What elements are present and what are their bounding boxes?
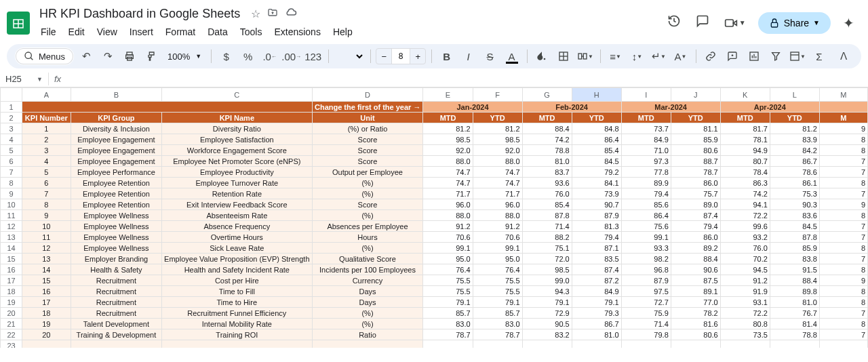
functions-icon[interactable]: Σ (810, 47, 829, 66)
col-header-E[interactable]: E (423, 88, 473, 102)
insert-chart-icon[interactable] (745, 47, 764, 66)
cell[interactable]: 87.9 (621, 275, 671, 286)
search-menus[interactable]: Menus (15, 47, 74, 65)
cell[interactable]: 84.9 (621, 134, 671, 145)
cell[interactable]: Qualitative Score (312, 254, 423, 264)
cell[interactable]: 79.1 (522, 297, 572, 308)
cell[interactable]: 7 (819, 254, 867, 264)
row-header[interactable]: 12 (1, 221, 22, 232)
cell[interactable]: 87.1 (572, 243, 621, 254)
row-header[interactable]: 11 (1, 210, 22, 221)
cell[interactable] (720, 340, 770, 348)
cell[interactable]: Employee Wellness (71, 221, 161, 232)
col-header-J[interactable]: J (671, 88, 720, 102)
currency-icon[interactable]: $ (217, 47, 236, 66)
collapse-toolbar-icon[interactable]: ᐱ (834, 47, 853, 66)
cell[interactable] (71, 340, 161, 348)
cell[interactable] (621, 340, 671, 348)
cell[interactable]: 94.9 (720, 145, 770, 156)
row-header[interactable]: 8 (1, 178, 22, 188)
cell[interactable]: 88.0 (473, 210, 522, 221)
cell[interactable]: 3 (22, 145, 71, 156)
cell[interactable] (22, 340, 71, 348)
col-header-K[interactable]: K (720, 88, 770, 102)
cell[interactable]: 87.8 (770, 232, 819, 243)
cell[interactable]: 83.6 (770, 210, 819, 221)
cell[interactable]: (%) (312, 188, 423, 199)
cell[interactable]: 8 (819, 319, 867, 329)
field-header[interactable]: YTD (473, 113, 522, 123)
cell[interactable]: Training ROI (162, 329, 312, 340)
italic-icon[interactable]: I (459, 47, 478, 66)
cell[interactable]: 7 (819, 156, 867, 167)
cell[interactable]: 71.7 (473, 188, 522, 199)
cell[interactable]: Employer Branding (71, 254, 161, 264)
cell[interactable]: 80.8 (720, 319, 770, 329)
cell[interactable]: 93.6 (522, 178, 572, 188)
cell[interactable]: 91.2 (473, 221, 522, 232)
cell[interactable]: 93.3 (621, 243, 671, 254)
undo-icon[interactable]: ↶ (77, 47, 96, 66)
cell[interactable]: 79.1 (423, 297, 473, 308)
cell[interactable]: 91.2 (423, 221, 473, 232)
cell[interactable]: 83.9 (770, 134, 819, 145)
cell[interactable]: 76.0 (522, 188, 572, 199)
cell[interactable]: 5 (22, 167, 71, 178)
cell[interactable]: 78.4 (720, 167, 770, 178)
cell[interactable]: Employee Satisfaction (162, 134, 312, 145)
row-header[interactable]: 10 (1, 199, 22, 210)
spreadsheet-grid[interactable]: ABCDEFGHIJKLM1Change the first of the ye… (0, 87, 868, 348)
cell[interactable]: Hours (312, 232, 423, 243)
month-header[interactable]: Feb-2024 (522, 102, 621, 113)
fill-color-icon[interactable] (532, 47, 551, 66)
cell[interactable]: 85.4 (572, 145, 621, 156)
zoom-select[interactable]: 100%▼ (163, 52, 205, 62)
field-header[interactable]: KPI Group (71, 113, 161, 123)
cell[interactable]: 72.0 (522, 254, 572, 264)
cell[interactable]: 83.8 (770, 254, 819, 264)
cell[interactable]: 79.2 (572, 167, 621, 178)
cell[interactable]: Sick Leave Rate (162, 243, 312, 254)
cell[interactable]: 96.8 (621, 264, 671, 275)
cell[interactable]: 78.1 (720, 134, 770, 145)
increase-decimal-icon[interactable]: .00→ (282, 47, 301, 66)
cell[interactable]: 78.7 (671, 167, 720, 178)
row-header[interactable]: 18 (1, 286, 22, 297)
cell[interactable]: 88.4 (671, 254, 720, 264)
cell[interactable]: 72.2 (720, 210, 770, 221)
cell[interactable]: Absence Frequency (162, 221, 312, 232)
cell[interactable]: 83.0 (473, 319, 522, 329)
cell[interactable]: 74.7 (423, 167, 473, 178)
cell[interactable]: Incidents per 100 Employees (312, 264, 423, 275)
cell[interactable]: 76.4 (423, 264, 473, 275)
col-header-B[interactable]: B (71, 88, 161, 102)
cell[interactable]: 8 (819, 210, 867, 221)
cell[interactable]: 74.7 (473, 167, 522, 178)
cell[interactable]: 98.5 (522, 264, 572, 275)
cell[interactable]: (%) or Ratio (312, 123, 423, 134)
cell[interactable]: 71.0 (621, 145, 671, 156)
cell[interactable]: 84.5 (572, 156, 621, 167)
cell[interactable] (522, 340, 572, 348)
cell[interactable]: 81.2 (473, 123, 522, 134)
cell[interactable]: 73.5 (720, 329, 770, 340)
meet-icon[interactable]: ▼ (722, 14, 749, 33)
cell[interactable]: Training & Development (71, 329, 161, 340)
cell[interactable]: Employee Productivity (162, 167, 312, 178)
text-color-icon[interactable]: A (502, 47, 521, 66)
row-header[interactable]: 16 (1, 264, 22, 275)
cell[interactable]: 98.2 (621, 254, 671, 264)
cell[interactable]: Overtime Hours (162, 232, 312, 243)
cell[interactable]: 83.0 (423, 319, 473, 329)
cell[interactable]: 86.7 (770, 156, 819, 167)
cell[interactable]: 76.0 (720, 243, 770, 254)
row-header[interactable]: 2 (1, 113, 22, 123)
cell[interactable]: Output per Employee (312, 167, 423, 178)
row-header[interactable]: 19 (1, 297, 22, 308)
cell[interactable]: 7 (819, 167, 867, 178)
cell[interactable] (162, 340, 312, 348)
cell[interactable]: 88.7 (671, 156, 720, 167)
cell[interactable]: 11 (22, 232, 71, 243)
cell[interactable]: (%) (312, 319, 423, 329)
cell[interactable]: Employee Wellness (71, 232, 161, 243)
